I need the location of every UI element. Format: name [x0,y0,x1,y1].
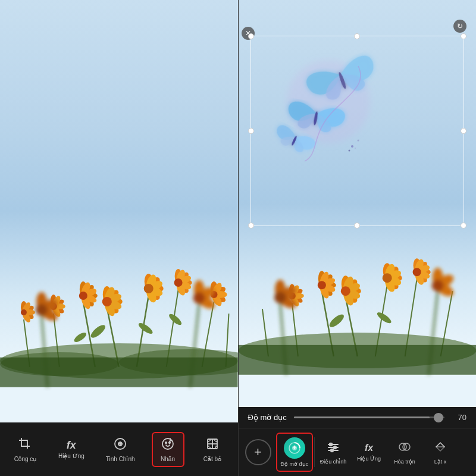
toolbar-item-effects-label: Hiệu Ứng [58,453,84,459]
right-toolbar-item-adjust[interactable]: Điều chỉnh [316,437,350,468]
flowers-foreground-left [0,233,238,423]
toolbar-item-crop-label: Công cụ [14,456,37,462]
opacity-row: Độ mờ đục 70 [239,407,477,428]
right-toolbar-item-blend[interactable]: Hòa trộn [387,437,422,468]
opacity-tool-icon [284,437,305,459]
left-image-area [0,0,238,422]
handle-top-left[interactable] [248,33,254,39]
toolbar-item-adjust-label: Tinh Chỉnh [106,456,135,462]
handle-mid-right[interactable] [461,128,466,134]
toolbar-item-effects[interactable]: fx Hiệu Ứng [54,436,89,463]
svg-rect-82 [0,357,238,387]
add-sticker-button[interactable]: + [245,439,271,465]
left-sky-background [0,0,238,422]
svg-point-98 [357,140,359,142]
svg-point-168 [330,443,333,446]
svg-point-96 [348,150,350,152]
opacity-label: Độ mờ đục [248,413,287,422]
svg-point-169 [334,446,337,449]
svg-point-95 [351,145,353,148]
svg-point-81 [193,292,205,303]
svg-point-86 [165,441,167,443]
right-bottom-controls: Độ mờ đục 70 + [239,407,477,476]
right-image-area: ✕ ↻ [239,0,477,407]
flip-tool-icon [434,440,447,456]
handle-mid-left[interactable] [248,128,254,134]
svg-rect-162 [239,345,477,375]
right-toolbar-adjust-label: Điều chỉnh [320,459,347,465]
right-sky-background: ✕ ↻ [239,0,477,407]
left-panel: Công cụ fx Hiệu Ứng Tinh Chỉnh [0,0,239,476]
sticker-icon [161,437,175,453]
toolbar-item-cut[interactable]: Cắt bỏ [196,433,228,466]
crop-icon [18,437,32,453]
right-toolbar-flip-label: Lật·x [434,459,447,465]
adjust-tool-icon [327,440,340,456]
handle-top-center[interactable] [354,33,360,39]
fx-tool-icon: fx [365,443,373,453]
effects-icon: fx [67,440,76,450]
svg-point-170 [331,449,334,452]
butterfly-sticker-svg [263,42,400,179]
opacity-slider-fill [294,416,430,418]
toolbar-item-sticker-label: Nhãn [161,456,175,462]
toolbar-divider-1 [314,437,315,467]
right-toolbar-blend-label: Hòa trộn [394,459,415,465]
svg-point-161 [431,280,443,292]
sticker-rotate-handle[interactable]: ↻ [453,20,466,33]
svg-point-157 [274,292,286,303]
toolbar-item-sticker[interactable]: Nhãn [152,432,184,467]
right-panel: ✕ ↻ [239,0,477,476]
opacity-value: 70 [452,413,466,422]
toolbar-item-adjust[interactable]: Tinh Chỉnh [101,433,140,466]
right-toolbar-item-effects[interactable]: fx Hiệu Ứng [352,439,386,465]
svg-point-77 [36,303,48,315]
svg-point-97 [355,148,356,149]
right-toolbar-effects-label: Hiệu Ứng [357,456,381,462]
right-toolbar-item-flip[interactable]: Lật·x [423,437,458,468]
left-toolbar: Công cụ fx Hiệu Ứng Tinh Chỉnh [0,422,238,476]
opacity-slider-track[interactable] [294,416,444,418]
right-toolbar-item-opacity[interactable]: Độ mờ đục [276,433,314,472]
right-toolbar: + Độ mờ đục [239,428,477,476]
blend-tool-icon [398,440,411,456]
adjust-icon [113,437,127,453]
toolbar-item-cut-label: Cắt bỏ [203,456,221,462]
svg-point-87 [169,441,170,443]
plus-icon: + [254,444,262,460]
cut-icon [205,437,220,453]
flowers-foreground-right [239,224,477,407]
right-toolbar-opacity-label: Độ mờ đục [281,461,309,467]
handle-top-right[interactable] [461,33,466,39]
opacity-slider-thumb[interactable] [434,413,443,422]
toolbar-item-crop[interactable]: Công cụ [9,433,42,466]
